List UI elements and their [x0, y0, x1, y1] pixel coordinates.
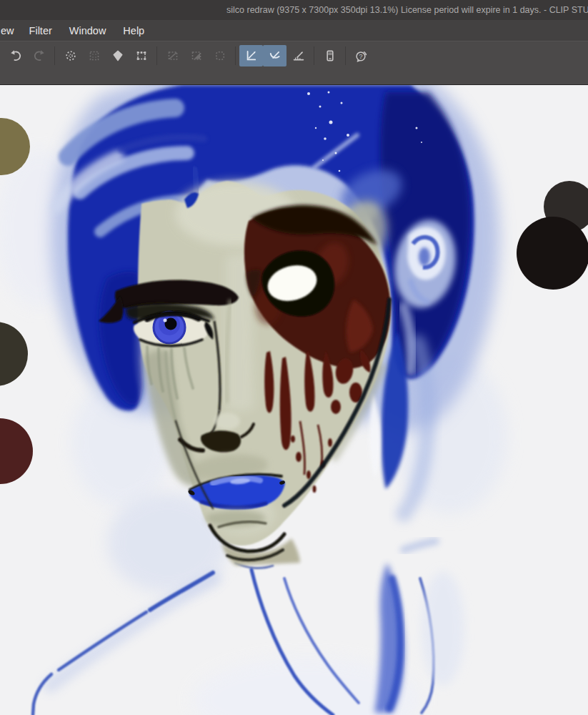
- svg-text:?: ?: [359, 52, 362, 59]
- dotted-square-icon: [88, 49, 101, 62]
- artwork-silco-portrait: [0, 85, 588, 715]
- smartphone-icon: [324, 49, 337, 62]
- toolbar-separator: [235, 46, 236, 65]
- redo-button[interactable]: [27, 45, 51, 66]
- fill-button[interactable]: [106, 45, 129, 66]
- menu-bar: ew Filter Window Help: [0, 20, 588, 41]
- clear-outside-selection-button[interactable]: [184, 45, 208, 66]
- swatch-black: [517, 217, 588, 290]
- menu-window[interactable]: Window: [61, 20, 115, 41]
- smartphone-connection-button[interactable]: [318, 45, 342, 66]
- snap-to-special-ruler-button[interactable]: [263, 45, 286, 66]
- dotted-burst-icon: [64, 49, 77, 62]
- undo-arrow-icon: [9, 49, 22, 62]
- redo-arrow-icon: [33, 49, 46, 62]
- clear-button[interactable]: [161, 45, 184, 66]
- snap-to-grid-button[interactable]: [286, 45, 310, 66]
- window-title: silco redraw (9375 x 7300px 350dpi 13.1%…: [226, 0, 588, 20]
- curve-pen-icon: [269, 49, 281, 62]
- scale-rotate-button[interactable]: [129, 45, 153, 66]
- dotted-square-diagonal-icon: [166, 49, 179, 62]
- menu-view-partial[interactable]: ew: [0, 20, 21, 41]
- toolbar-separator: [314, 46, 314, 65]
- ruler-pen-icon: [245, 49, 258, 62]
- deselect-button[interactable]: [59, 45, 82, 66]
- grid-ruler-pen-icon: [292, 49, 305, 62]
- reselect-button[interactable]: [82, 45, 106, 66]
- help-button[interactable]: ?: [349, 45, 373, 66]
- toolbar-separator: [156, 46, 157, 65]
- toolbar-separator: [54, 46, 55, 65]
- command-bar: ?: [0, 41, 588, 85]
- drawing-canvas[interactable]: [0, 85, 588, 715]
- undo-button[interactable]: [4, 45, 27, 66]
- transform-handles-icon: [135, 49, 148, 62]
- menu-filter[interactable]: Filter: [21, 20, 61, 41]
- title-bar: silco redraw (9375 x 7300px 350dpi 13.1%…: [0, 0, 588, 20]
- dotted-square-half-fill-icon: [190, 49, 203, 62]
- toolbar-separator: [345, 46, 346, 65]
- clip-studio-paint-window: silco redraw (9375 x 7300px 350dpi 13.1%…: [0, 0, 588, 715]
- question-bubble-icon: ?: [354, 49, 368, 63]
- dotted-rounded-square-icon: [214, 49, 226, 62]
- border-effect-button[interactable]: [208, 45, 231, 66]
- menu-help[interactable]: Help: [114, 20, 153, 41]
- snap-to-ruler-button[interactable]: [239, 45, 263, 66]
- paint-diamond-icon: [111, 49, 124, 62]
